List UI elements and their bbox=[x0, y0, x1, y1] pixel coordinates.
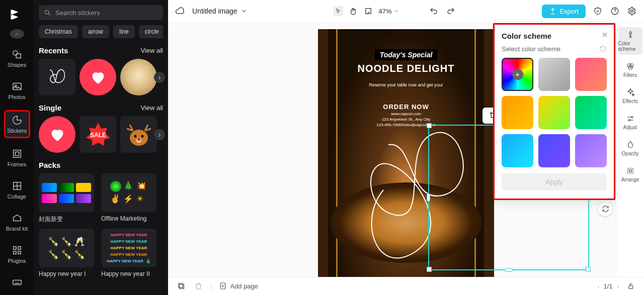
svg-rect-36 bbox=[178, 283, 183, 288]
upload-icon bbox=[549, 8, 556, 15]
section-single-title: Single bbox=[39, 104, 61, 112]
pack-thumb[interactable]: 🎄 💥 ✌ ⚡ ☀ bbox=[101, 173, 156, 212]
refresh-button[interactable] bbox=[598, 202, 612, 216]
nav-label: Frames bbox=[8, 161, 26, 167]
sticker-thumb[interactable] bbox=[120, 59, 157, 95]
cursor-tool[interactable] bbox=[333, 6, 343, 16]
svg-rect-8 bbox=[18, 247, 21, 250]
popup-title: Color scheme bbox=[502, 32, 607, 40]
svg-rect-11 bbox=[13, 280, 21, 284]
collage-icon bbox=[12, 180, 23, 191]
rtab-label: Effects bbox=[622, 99, 637, 104]
search-input[interactable]: Search stickers bbox=[39, 5, 163, 20]
tag-arrow[interactable]: arrow bbox=[82, 25, 109, 38]
nav-plugins[interactable]: Plugins bbox=[4, 242, 30, 267]
hand-tool[interactable] bbox=[348, 6, 358, 16]
nav-shapes[interactable]: Shapes bbox=[4, 46, 30, 71]
stickers-icon bbox=[12, 115, 23, 126]
add-page-button[interactable]: Add page bbox=[219, 282, 258, 290]
rtab-arrange[interactable]: Arrange bbox=[618, 163, 642, 185]
settings-icon[interactable] bbox=[627, 6, 637, 16]
nav-collage[interactable]: Collage bbox=[4, 177, 30, 203]
nav-keyboard[interactable] bbox=[4, 274, 30, 291]
reset-icon[interactable] bbox=[600, 45, 607, 52]
nav-label: Photos bbox=[8, 94, 25, 100]
color-swatch[interactable] bbox=[575, 134, 607, 167]
nav-photos[interactable]: Photos bbox=[4, 78, 30, 103]
pack-thumb[interactable]: HAPPY NEW YEAR HAPPY NEW YEAR HAPPY NEW … bbox=[101, 229, 156, 267]
keyboard-icon bbox=[12, 277, 23, 288]
pack-thumb[interactable]: 🍾🍾🥂 🍾🍾🍾 bbox=[39, 229, 94, 267]
svg-point-28 bbox=[629, 36, 631, 38]
pack-label: 封面新变 bbox=[39, 215, 94, 224]
viewall-single[interactable]: View all bbox=[140, 104, 163, 112]
svg-point-16 bbox=[134, 135, 136, 137]
shapes-icon bbox=[12, 49, 23, 60]
rtab-label: Arrange bbox=[621, 177, 639, 182]
popup-sub: Select color scheme bbox=[502, 45, 560, 53]
undo-button[interactable] bbox=[429, 6, 439, 16]
help-icon[interactable] bbox=[610, 6, 620, 16]
sticker-thumb[interactable] bbox=[39, 116, 75, 153]
viewall-recents[interactable]: View all bbox=[140, 47, 163, 54]
nav-frames[interactable]: Frames bbox=[4, 145, 30, 170]
svg-point-22 bbox=[631, 10, 633, 13]
close-icon[interactable] bbox=[601, 31, 609, 41]
color-swatch[interactable] bbox=[502, 134, 533, 167]
rtab-opacity[interactable]: Opacity bbox=[618, 137, 642, 159]
hero-order: ORDER NOW bbox=[318, 103, 494, 111]
svg-point-0 bbox=[13, 51, 17, 55]
color-swatch[interactable] bbox=[575, 58, 607, 91]
redo-button[interactable] bbox=[446, 6, 456, 16]
color-swatch[interactable] bbox=[575, 96, 607, 129]
tag-christmas[interactable]: Christmas bbox=[39, 25, 78, 38]
rtab-filters[interactable]: Filters bbox=[618, 59, 642, 81]
color-scheme-popup: Color scheme Select color scheme Apply bbox=[493, 23, 615, 200]
sticker-thumb[interactable] bbox=[39, 59, 75, 95]
hero-noodle: NOODLE DELIGHT bbox=[318, 63, 494, 74]
pack-label: Happy new year I bbox=[39, 270, 94, 277]
svg-point-19 bbox=[137, 138, 140, 141]
color-wheel[interactable] bbox=[502, 58, 533, 91]
rtab-colorscheme[interactable]: Color scheme bbox=[618, 27, 642, 55]
svg-point-12 bbox=[45, 10, 49, 14]
export-button[interactable]: Export bbox=[542, 5, 586, 18]
prev-page[interactable]: ‹ bbox=[597, 282, 599, 290]
hero-addr: 123 Anywhere St., Any City bbox=[318, 117, 494, 122]
cloud-icon[interactable] bbox=[175, 6, 185, 16]
trash-icon[interactable] bbox=[193, 281, 203, 291]
svg-point-32 bbox=[631, 116, 632, 118]
apply-button[interactable]: Apply bbox=[502, 173, 607, 190]
sticker-thumb[interactable] bbox=[120, 116, 157, 153]
rtab-effects[interactable]: Effects bbox=[618, 85, 642, 107]
tag-line[interactable]: line bbox=[113, 25, 135, 38]
rtab-adjust[interactable]: Adjust bbox=[618, 111, 642, 133]
sticker-thumb[interactable]: SALE bbox=[79, 116, 116, 153]
plugins-icon bbox=[12, 245, 23, 256]
pack-thumb[interactable] bbox=[39, 173, 94, 212]
shield-icon[interactable] bbox=[593, 6, 603, 16]
doc-title[interactable]: Untitled image bbox=[192, 7, 248, 15]
next-page[interactable]: › bbox=[617, 282, 619, 290]
next-recents[interactable]: › bbox=[154, 72, 165, 83]
color-swatch[interactable] bbox=[538, 134, 570, 167]
next-single[interactable]: › bbox=[154, 129, 165, 140]
pack-label: Happy new year II bbox=[101, 270, 156, 277]
app-logo[interactable] bbox=[10, 7, 25, 22]
color-swatch[interactable] bbox=[538, 96, 570, 129]
color-swatch[interactable] bbox=[502, 96, 533, 129]
nav-stickers[interactable]: Stickers bbox=[4, 110, 30, 138]
nav-brandkit[interactable]: Brand kit bbox=[4, 210, 30, 235]
sticker-thumb[interactable] bbox=[79, 59, 116, 95]
zoom-level[interactable]: 47% bbox=[378, 8, 399, 15]
layers-icon[interactable] bbox=[176, 281, 186, 291]
svg-point-33 bbox=[629, 119, 630, 121]
rtab-label: Color scheme bbox=[618, 41, 642, 52]
tag-circle[interactable]: circle bbox=[139, 25, 163, 38]
crop-tool[interactable] bbox=[363, 6, 373, 16]
lock-icon[interactable] bbox=[626, 281, 636, 291]
color-swatch[interactable] bbox=[538, 58, 570, 91]
section-packs-title: Packs bbox=[39, 161, 60, 169]
recent-circle-icon[interactable] bbox=[10, 29, 24, 39]
svg-rect-38 bbox=[629, 286, 633, 289]
